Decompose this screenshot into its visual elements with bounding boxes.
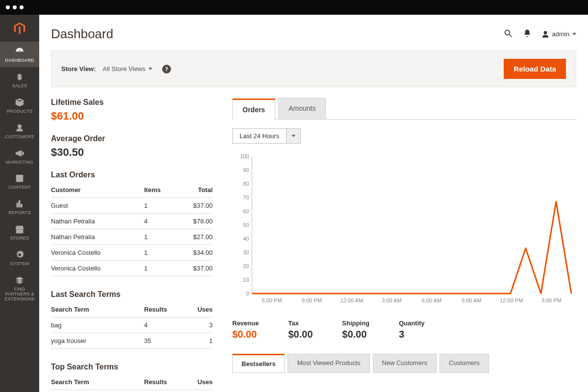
cell: Nathan Petralia: [51, 233, 144, 241]
person-icon: [15, 123, 24, 133]
cell: $37.00: [178, 202, 213, 209]
cell: 1: [144, 233, 178, 241]
nav-label: SYSTEM: [10, 262, 29, 267]
nav-label: STORES: [10, 236, 29, 241]
col-uses: Uses: [178, 306, 213, 313]
help-icon[interactable]: ?: [162, 65, 171, 74]
kpi-shipping-value: $0.00: [342, 329, 369, 340]
tab-customers[interactable]: Customers: [440, 354, 489, 373]
tab-new-customers[interactable]: New Customers: [373, 354, 437, 373]
nav-stores[interactable]: STORES: [0, 220, 39, 245]
cell: $78.00: [178, 218, 213, 225]
range-label: Last 24 Hours: [233, 129, 286, 143]
col-search-term: Search Term: [51, 378, 144, 386]
nav-find-partners-extensions[interactable]: FIND PARTNERS & EXTENSIONS: [0, 270, 39, 306]
store-view-value: All Store Views: [103, 65, 146, 73]
nav-customers[interactable]: CUSTOMERS: [0, 118, 39, 144]
tab-orders[interactable]: Orders: [232, 98, 275, 120]
bell-icon[interactable]: [523, 29, 532, 39]
window-dot: [20, 5, 24, 9]
svg-text:90: 90: [243, 167, 249, 173]
partners-icon: [15, 275, 24, 285]
window-dot: [13, 5, 17, 9]
table-row[interactable]: Veronica Costello1$37.00: [51, 261, 213, 276]
svg-text:6:00 AM: 6:00 AM: [422, 297, 441, 303]
kpi-revenue-value: $0.00: [232, 329, 259, 340]
table-row[interactable]: Guest1$37.00: [51, 198, 213, 214]
svg-text:3:00 PM: 3:00 PM: [541, 297, 562, 303]
top-search-table: Top Search Terms Search Term Results Use…: [51, 363, 213, 390]
nav-sales[interactable]: $SALES: [0, 67, 39, 93]
nav-reports[interactable]: REPORTS: [0, 194, 39, 220]
range-select[interactable]: Last 24 Hours: [232, 128, 301, 144]
last-search-table: Last Search Terms Search Term Results Us…: [51, 290, 213, 349]
kpi-shipping-label: Shipping: [342, 319, 369, 327]
store-view-select[interactable]: All Store Views: [103, 65, 152, 73]
nav-dashboard[interactable]: DASHBOARD: [0, 42, 39, 67]
cell: Guest: [51, 202, 144, 209]
cell: yoga trouser: [51, 337, 144, 344]
nav-marketing[interactable]: MARKETING: [0, 144, 39, 169]
chevron-down-icon: [286, 129, 300, 143]
last-orders-table: Last Orders Customer Items Total Guest1$…: [51, 171, 213, 276]
svg-line-2: [509, 35, 512, 37]
table-row[interactable]: bag43: [51, 318, 213, 333]
svg-text:70: 70: [243, 195, 249, 200]
content-icon: [15, 173, 24, 183]
col-uses: Uses: [178, 378, 213, 386]
orders-chart: 01020304050607080901006:00 PM9:00 PM12:0…: [232, 151, 576, 310]
cell: 1: [144, 202, 178, 209]
lifetime-sales-value: $61.00: [51, 110, 213, 122]
tab-most-viewed[interactable]: Most Viewed Products: [288, 354, 369, 373]
kpi-tax-label: Tax: [288, 319, 313, 327]
tab-bestsellers[interactable]: Bestsellers: [232, 354, 285, 373]
kpi-quantity-label: Quantity: [399, 319, 425, 327]
nav-products[interactable]: PRODUCTS: [0, 93, 39, 118]
col-items: Items: [144, 186, 178, 194]
table-row[interactable]: Nathan Petralia4$78.00: [51, 214, 213, 229]
svg-text:30: 30: [243, 249, 249, 255]
nav-content[interactable]: CONTENT: [0, 169, 39, 194]
store-view-label: Store View:: [61, 65, 96, 73]
last-orders-title: Last Orders: [51, 171, 213, 179]
svg-text:40: 40: [243, 236, 249, 242]
magento-logo[interactable]: [0, 15, 39, 42]
user-menu[interactable]: admin: [541, 30, 576, 38]
nav-label: CONTENT: [8, 185, 31, 190]
megaphone-icon: [15, 148, 24, 158]
cell: $37.00: [178, 265, 213, 272]
gear-icon: [15, 250, 24, 260]
search-icon[interactable]: [503, 28, 513, 40]
svg-text:0: 0: [246, 291, 249, 296]
svg-text:9:00 PM: 9:00 PM: [302, 297, 322, 303]
user-label: admin: [552, 30, 569, 38]
col-results: Results: [144, 306, 178, 313]
col-search-term: Search Term: [51, 306, 144, 313]
cell: $27.00: [178, 233, 213, 241]
dollar-icon: $: [15, 72, 24, 82]
svg-text:12:00 AM: 12:00 AM: [341, 297, 364, 303]
table-row[interactable]: Veronica Costello1$34.00: [51, 245, 213, 261]
cell: bag: [51, 321, 144, 329]
average-order-value: $30.50: [51, 146, 213, 159]
svg-text:$: $: [18, 73, 22, 81]
top-search-title: Top Search Terms: [51, 363, 213, 371]
table-row[interactable]: yoga trouser351: [51, 333, 213, 349]
svg-text:12:00 PM: 12:00 PM: [500, 297, 523, 303]
user-icon: [541, 30, 549, 38]
window-dot: [6, 5, 10, 9]
svg-point-1: [505, 30, 510, 35]
nav-label: PRODUCTS: [7, 109, 33, 114]
store-icon: [15, 224, 24, 234]
nav-system[interactable]: SYSTEM: [0, 245, 39, 270]
nav-label: FIND PARTNERS & EXTENSIONS: [2, 287, 37, 302]
cell: 1: [144, 265, 178, 272]
window-titlebar: [0, 0, 588, 15]
tab-amounts[interactable]: Amounts: [278, 98, 326, 119]
cell: 3: [178, 321, 213, 329]
table-row[interactable]: Nathan Petralia1$27.00: [51, 229, 213, 245]
chevron-down-icon: [148, 68, 152, 70]
reload-data-button[interactable]: Reload Data: [504, 59, 566, 79]
last-search-title: Last Search Terms: [51, 290, 213, 299]
scope-toolbar: Store View: All Store Views ? Reload Dat…: [51, 50, 576, 87]
